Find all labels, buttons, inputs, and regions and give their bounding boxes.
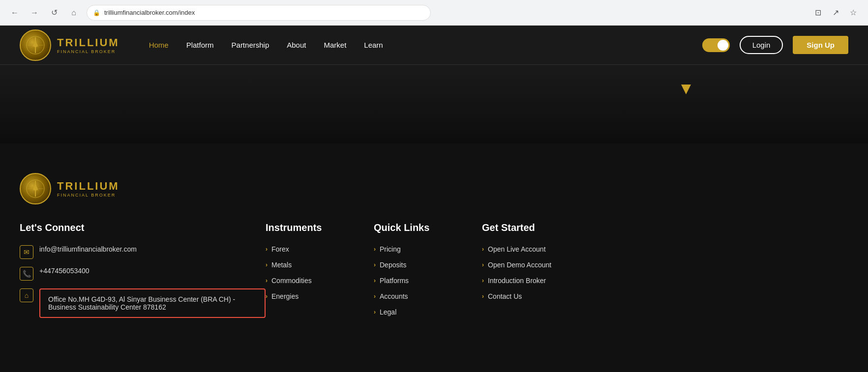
link-open-demo: Open Demo Account: [488, 261, 551, 269]
footer-instruments-col: Instruments › Forex › Metals › Commoditi…: [266, 222, 374, 326]
footer-link-forex[interactable]: › Forex: [266, 245, 374, 253]
link-forex: Forex: [271, 245, 289, 253]
footer-link-commodities[interactable]: › Commodities: [266, 277, 374, 285]
footer-logo-icon: [20, 173, 51, 204]
arrow-icon: ›: [266, 261, 268, 268]
signup-button[interactable]: Sign Up: [793, 36, 848, 54]
footer-logo[interactable]: TRILLIUM FINANCIAL BROKER: [20, 173, 848, 204]
location-icon: ⌂: [20, 288, 33, 302]
browser-chrome: ← → ↺ ⌂ 🔒 trilliumfinancialbroker.com/in…: [0, 0, 868, 26]
pin-icon: [681, 85, 691, 94]
header: TRILLIUM FINANCIAL BROKER Home Platform …: [0, 26, 868, 65]
arrow-icon: ›: [482, 246, 484, 253]
arrow-icon: ›: [482, 261, 484, 268]
getstarted-heading: Get Started: [482, 222, 590, 233]
url-text: trilliumfinancialbroker.com/index: [104, 9, 195, 16]
footer: TRILLIUM FINANCIAL BROKER Let's Connect …: [0, 143, 868, 345]
arrow-icon: ›: [374, 277, 376, 284]
link-legal: Legal: [380, 308, 396, 316]
nav-learn[interactable]: Learn: [364, 41, 383, 49]
link-commodities: Commodities: [271, 277, 312, 285]
footer-logo-title: TRILLIUM: [57, 180, 120, 193]
nav-home[interactable]: Home: [149, 41, 169, 49]
link-open-live: Open Live Account: [488, 245, 546, 253]
logo-text: TRILLIUM FINANCIAL BROKER: [57, 36, 120, 54]
footer-link-accounts[interactable]: › Accounts: [374, 292, 482, 300]
phone-icon: 📞: [20, 267, 33, 281]
cast-button[interactable]: ⊡: [811, 6, 825, 20]
footer-link-pricing[interactable]: › Pricing: [374, 245, 482, 253]
arrow-icon: ›: [374, 309, 376, 315]
phone-text: +447456053400: [39, 267, 90, 275]
browser-right-icons: ⊡ ↗ ☆: [811, 6, 860, 20]
main-nav: Home Platform Partnership About Market L…: [149, 41, 702, 49]
arrow-icon: ›: [482, 277, 484, 284]
forward-button[interactable]: →: [28, 6, 41, 20]
footer-getstarted-col: Get Started › Open Live Account › Open D…: [482, 222, 590, 326]
bookmark-button[interactable]: ☆: [846, 6, 860, 20]
home-button[interactable]: ⌂: [67, 6, 81, 20]
arrow-icon: ›: [374, 293, 376, 300]
phone-item[interactable]: 📞 +447456053400: [20, 267, 266, 281]
footer-link-open-live[interactable]: › Open Live Account: [482, 245, 590, 253]
arrow-icon: ›: [266, 246, 268, 253]
link-energies: Energies: [271, 292, 299, 300]
nav-partnership[interactable]: Partnership: [232, 41, 269, 49]
footer-link-intro-broker[interactable]: › Introduction Broker: [482, 277, 590, 285]
logo-icon: [20, 29, 51, 61]
website: TRILLIUM FINANCIAL BROKER Home Platform …: [0, 26, 868, 345]
footer-link-energies[interactable]: › Energies: [266, 292, 374, 300]
toggle-thumb: [718, 40, 728, 51]
arrow-icon: ›: [266, 277, 268, 284]
logo-subtitle: FINANCIAL BROKER: [57, 49, 120, 54]
link-metals: Metals: [271, 261, 292, 269]
link-deposits: Deposits: [380, 261, 406, 269]
address-text: Office No.MH G4D-93, Al Sinyar Business …: [48, 295, 235, 311]
login-button[interactable]: Login: [740, 36, 783, 54]
footer-contact-col: Let's Connect ✉ info@trilliumfinancialbr…: [20, 222, 266, 326]
link-pricing: Pricing: [380, 245, 401, 253]
footer-link-legal[interactable]: › Legal: [374, 308, 482, 316]
nav-platform[interactable]: Platform: [186, 41, 214, 49]
footer-quicklinks-col: Quick Links › Pricing › Deposits › Platf…: [374, 222, 482, 326]
lock-icon: 🔒: [93, 9, 100, 16]
arrow-icon: ›: [482, 293, 484, 300]
instruments-heading: Instruments: [266, 222, 374, 233]
nav-about[interactable]: About: [287, 41, 306, 49]
footer-link-contact[interactable]: › Contact Us: [482, 292, 590, 300]
nav-market[interactable]: Market: [324, 41, 346, 49]
logo-area[interactable]: TRILLIUM FINANCIAL BROKER: [20, 29, 120, 61]
theme-toggle[interactable]: [702, 38, 730, 52]
link-intro-broker: Introduction Broker: [488, 277, 546, 285]
link-accounts: Accounts: [380, 292, 408, 300]
back-button[interactable]: ←: [8, 6, 22, 20]
footer-link-open-demo[interactable]: › Open Demo Account: [482, 261, 590, 269]
footer-link-deposits[interactable]: › Deposits: [374, 261, 482, 269]
address-bar[interactable]: 🔒 trilliumfinancialbroker.com/index: [87, 5, 431, 21]
footer-logo-subtitle: FINANCIAL BROKER: [57, 193, 120, 198]
footer-link-platforms[interactable]: › Platforms: [374, 277, 482, 285]
link-platforms: Platforms: [380, 277, 409, 285]
footer-link-metals[interactable]: › Metals: [266, 261, 374, 269]
nav-right: Login Sign Up: [702, 36, 848, 54]
reload-button[interactable]: ↺: [47, 6, 61, 20]
address-item[interactable]: ⌂ Office No.MH G4D-93, Al Sinyar Busines…: [20, 288, 266, 318]
share-button[interactable]: ↗: [829, 6, 842, 20]
link-contact: Contact Us: [488, 292, 522, 300]
arrow-icon: ›: [374, 246, 376, 253]
logo-title: TRILLIUM: [57, 36, 120, 49]
quicklinks-heading: Quick Links: [374, 222, 482, 233]
address-box: Office No.MH G4D-93, Al Sinyar Business …: [39, 288, 266, 318]
email-icon: ✉: [20, 245, 33, 259]
email-item[interactable]: ✉ info@trilliumfinancialbroker.com: [20, 245, 266, 259]
arrow-icon: ›: [266, 293, 268, 300]
hero-section: [0, 65, 868, 143]
footer-logo-text: TRILLIUM FINANCIAL BROKER: [57, 180, 120, 198]
footer-columns: Let's Connect ✉ info@trilliumfinancialbr…: [20, 222, 848, 326]
arrow-icon: ›: [374, 261, 376, 268]
email-text: info@trilliumfinancialbroker.com: [39, 245, 137, 253]
connect-heading: Let's Connect: [20, 222, 266, 233]
